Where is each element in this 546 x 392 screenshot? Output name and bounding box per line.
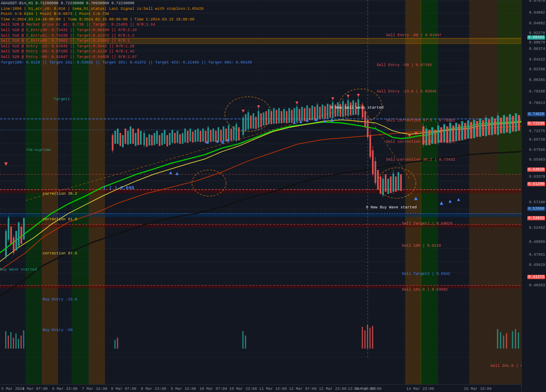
signal-6: Sell %20 @ Entry -50: 0.87195 || Target:…	[1, 49, 252, 55]
time-8mar23: 8 Mar 23:00	[141, 387, 166, 391]
svg-rect-130	[291, 110, 293, 123]
svg-rect-208	[473, 120, 475, 138]
price-0571: 0.57180	[529, 200, 545, 205]
svg-text:▲: ▲	[305, 118, 309, 124]
svg-rect-209	[476, 121, 478, 137]
svg-rect-215	[491, 117, 493, 135]
svg-rect-147	[329, 104, 331, 118]
svg-text:▲: ▲	[206, 139, 209, 145]
svg-rect-46	[10, 227, 12, 244]
svg-rect-219	[500, 118, 502, 133]
svg-rect-83	[184, 129, 186, 143]
time-15mar15: 15 Mar 15:00	[464, 387, 492, 391]
svg-rect-206	[467, 120, 469, 138]
svg-rect-114	[253, 113, 254, 129]
svg-text:▼: ▼	[357, 92, 360, 98]
svg-rect-87	[195, 130, 196, 142]
svg-rect-86	[192, 132, 194, 143]
price-0456: 0.45619	[529, 263, 545, 267]
svg-text:▼: ▼	[408, 133, 411, 139]
price-0653: 0.65403	[529, 158, 545, 162]
svg-rect-255	[515, 329, 516, 349]
svg-rect-223	[512, 116, 514, 132]
time-12mar23: 12 Mar 23:00	[319, 387, 347, 391]
svg-rect-151	[337, 102, 339, 116]
points-info: Point A:0.8104 | Point B:0.6873 | Point …	[1, 12, 252, 17]
price-0722: 0.72230	[527, 121, 545, 126]
chart-container: ADAUSDT-Bin,H1 0.71200000 0.72230000 0.7…	[0, 0, 546, 392]
svg-rect-235	[10, 332, 12, 349]
svg-rect-120	[265, 111, 267, 125]
time-5mar: 5 Mar 2024	[1, 387, 24, 391]
price-axis: 0.97070 0.94902 0.94082 0.92278 0.90678 …	[521, 0, 546, 392]
price-0781: 0.78108	[529, 89, 545, 94]
time-6mar07: 6 Mar 07:00	[22, 387, 47, 391]
svg-rect-236	[13, 338, 14, 349]
svg-rect-233	[5, 331, 6, 349]
svg-text:▼: ▼	[257, 104, 260, 110]
price-0842: 0.84222	[529, 58, 545, 62]
time-11mar15: 11 Mar 15:00	[259, 387, 287, 391]
price-0675: 0.67566	[529, 148, 545, 152]
svg-rect-81	[179, 134, 181, 144]
svg-rect-196	[440, 127, 442, 143]
price-0633: 0.63379	[529, 175, 545, 179]
svg-rect-242	[117, 338, 118, 349]
svg-rect-241	[114, 340, 116, 349]
svg-text:▲: ▲	[169, 170, 172, 176]
time-14mar23: 14 Mar 23:00	[407, 387, 434, 391]
svg-rect-191	[428, 130, 430, 145]
svg-rect-29	[0, 190, 521, 193]
svg-rect-251	[500, 332, 501, 349]
price-0524: 0.52492	[529, 226, 545, 230]
time-10mar07: 10 Mar 07:00	[200, 387, 227, 391]
svg-rect-239	[20, 335, 22, 349]
signal-7: Sell %20 @ Entry -88: 0.91947 || Target:…	[1, 55, 252, 60]
svg-rect-159	[352, 100, 354, 115]
svg-rect-51	[20, 227, 22, 244]
svg-rect-94	[210, 130, 212, 142]
price-0940: 0.94082	[529, 21, 545, 26]
svg-text:▼: ▼	[295, 100, 299, 106]
price-0612: 0.61290	[527, 182, 545, 186]
svg-rect-55	[114, 131, 116, 144]
svg-rect-244	[245, 335, 246, 349]
svg-text:▲: ▲	[457, 197, 460, 203]
svg-rect-254	[512, 331, 513, 349]
price-0536: 0.53682	[527, 216, 545, 220]
svg-rect-84	[187, 131, 189, 143]
svg-text:▲: ▲	[314, 117, 317, 123]
time-10mar23: 10 Mar 23:00	[229, 387, 257, 391]
svg-rect-126	[281, 111, 282, 124]
price-0884: 0.88493	[527, 35, 545, 40]
symbol-ohlc: ADAUSDT-Bin,H1 0.71200000 0.72230000 0.7…	[1, 1, 252, 6]
signal-1: Sell %20 @ Market price or at: 0.736 || …	[1, 22, 252, 28]
price-0863: 0.86374	[529, 47, 545, 51]
svg-rect-197	[443, 124, 445, 142]
svg-rect-252	[503, 335, 504, 349]
svg-rect-143	[319, 107, 321, 119]
price-0822: 0.82298	[529, 67, 545, 72]
price-0476: 0.47661	[529, 253, 545, 257]
svg-text:▼: ▼	[346, 93, 350, 99]
svg-text:▲: ▲	[448, 198, 452, 204]
svg-rect-85	[189, 129, 191, 142]
svg-rect-80	[177, 131, 178, 143]
svg-rect-249	[372, 326, 373, 349]
svg-rect-184	[395, 176, 397, 192]
svg-rect-50	[18, 222, 20, 246]
svg-rect-136	[304, 108, 305, 121]
targets-info: Target100: 0.6129 || Target 161: 0.53682…	[1, 60, 252, 66]
svg-rect-56	[117, 129, 119, 144]
svg-rect-193	[434, 130, 436, 144]
price-0722b: 0.72275	[529, 129, 545, 133]
svg-rect-138	[309, 108, 311, 121]
price-0949: 0.94902	[529, 11, 545, 15]
svg-rect-160	[355, 102, 357, 115]
svg-rect-62	[132, 129, 134, 144]
time-6mar23: 6 Mar 23:00	[52, 387, 77, 391]
svg-rect-180	[387, 179, 389, 194]
signal-3: Sell %10 @ C_Entry61: 0.76338 || Target:…	[1, 33, 252, 39]
svg-rect-247	[367, 325, 368, 349]
header-info: ADAUSDT-Bin,H1 0.71200000 0.72230000 0.7…	[1, 1, 252, 65]
